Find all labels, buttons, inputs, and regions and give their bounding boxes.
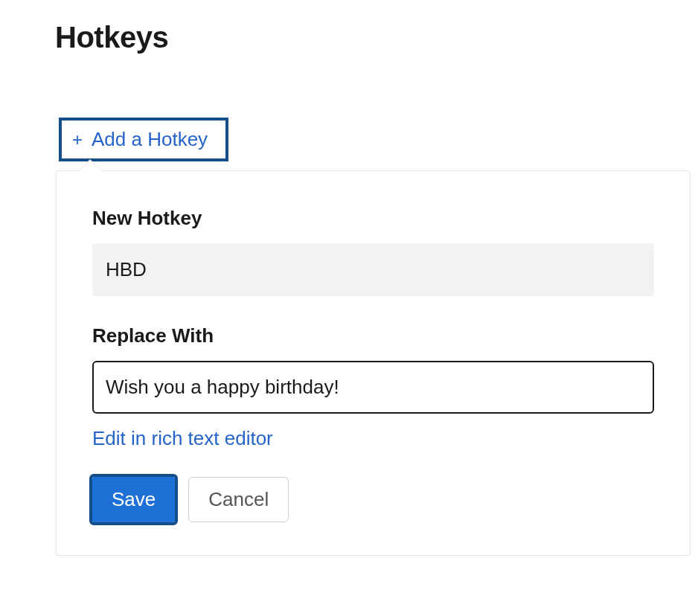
plus-icon: +	[72, 129, 83, 150]
replace-with-label: Replace With	[92, 324, 654, 347]
rich-text-editor-link[interactable]: Edit in rich text editor	[92, 427, 273, 450]
popover-arrow-inner	[79, 160, 101, 171]
new-hotkey-field-group: New Hotkey	[92, 207, 654, 296]
add-hotkey-button[interactable]: + Add a Hotkey	[59, 118, 228, 161]
replace-with-input[interactable]	[92, 361, 654, 414]
page-title: Hotkeys	[0, 0, 698, 54]
replace-with-field-group: Replace With	[92, 324, 654, 414]
form-button-row: Save Cancel	[92, 477, 654, 522]
cancel-button[interactable]: Cancel	[188, 477, 289, 522]
save-button[interactable]: Save	[92, 477, 175, 522]
popover-body: New Hotkey Replace With Edit in rich tex…	[56, 170, 691, 556]
hotkey-form-popover: New Hotkey Replace With Edit in rich tex…	[56, 158, 691, 556]
new-hotkey-input[interactable]	[92, 243, 654, 296]
add-hotkey-label: Add a Hotkey	[92, 128, 208, 151]
new-hotkey-label: New Hotkey	[92, 207, 654, 230]
